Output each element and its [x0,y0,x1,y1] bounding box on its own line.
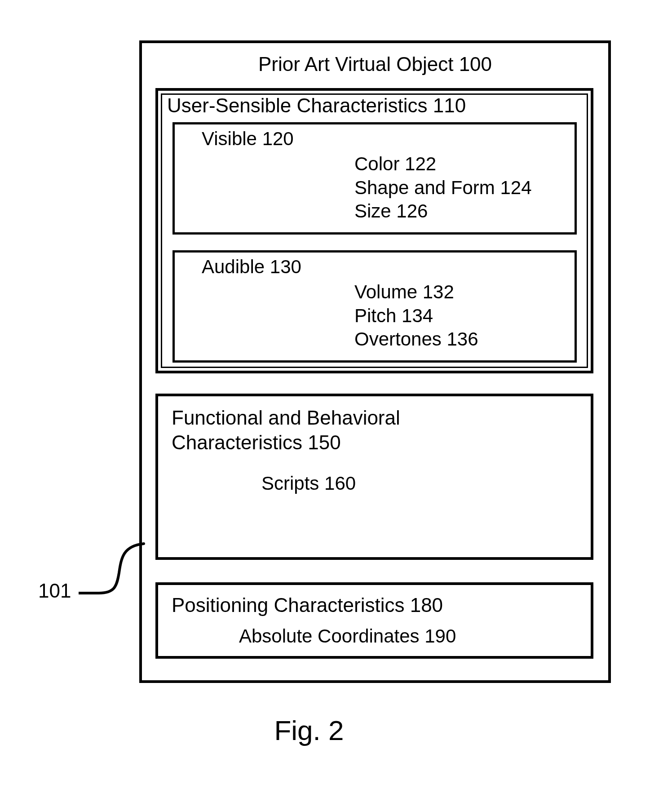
outer-box: Prior Art Virtual Object 100 User-Sensib… [139,40,611,683]
diagram-canvas: Prior Art Virtual Object 100 User-Sensib… [0,0,672,789]
functional-title: Functional and Behavioral Characteristic… [172,405,400,455]
functional-title-line2: Characteristics 150 [172,431,341,453]
audible-title: Audible 130 [202,256,301,278]
audible-item: Pitch 134 [354,304,478,328]
visible-item: Color 122 [354,152,532,176]
functional-box: Functional and Behavioral Characteristic… [155,394,593,560]
outer-title: Prior Art Virtual Object 100 [142,53,608,75]
functional-scripts: Scripts 160 [261,473,356,494]
audible-box: Audible 130 Volume 132 Pitch 134 Overton… [172,250,577,363]
positioning-box: Positioning Characteristics 180 Absolute… [155,582,593,659]
visible-item: Shape and Form 124 [354,176,532,200]
functional-title-line1: Functional and Behavioral [172,407,400,429]
positioning-title: Positioning Characteristics 180 [172,594,443,616]
visible-title: Visible 120 [202,128,294,150]
user-sensible-title: User-Sensible Characteristics 110 [167,94,466,117]
audible-list: Volume 132 Pitch 134 Overtones 136 [354,280,478,351]
lead-line [79,539,148,611]
visible-item: Size 126 [354,199,532,223]
user-sensible-box: User-Sensible Characteristics 110 Visibl… [155,88,593,373]
audible-item: Volume 132 [354,280,478,304]
positioning-coords: Absolute Coordinates 190 [239,625,456,647]
visible-list: Color 122 Shape and Form 124 Size 126 [354,152,532,223]
visible-box: Visible 120 Color 122 Shape and Form 124… [172,122,577,235]
figure-label: Fig. 2 [0,714,618,746]
audible-item: Overtones 136 [354,328,478,351]
lead-label: 101 [38,580,71,602]
